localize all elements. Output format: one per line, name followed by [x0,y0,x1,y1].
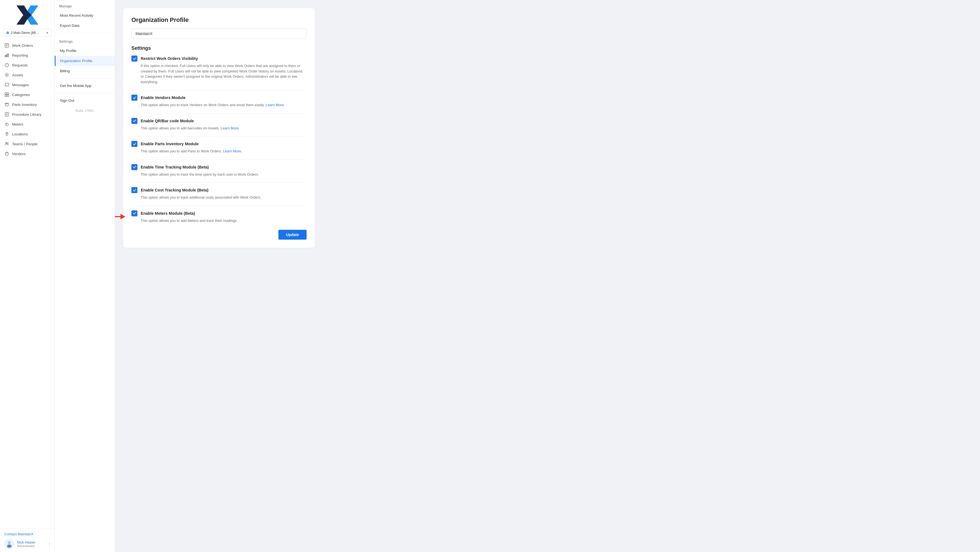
checkbox-enable-parts-inventory[interactable] [131,141,137,147]
setting-item-enable-qr-barcode: Enable QR/Bar code Module This option al… [131,118,307,131]
setting-label-enable-cost-tracking: Enable Cost Tracking Module (Beta) [141,188,208,192]
setting-item-enable-cost-tracking: Enable Cost Tracking Module (Beta) This … [131,187,307,200]
setting-desc-enable-qr-barcode: This option allows you to add barcodes o… [141,125,307,131]
main-content: Organization Profile Settings Restrict W… [115,0,980,552]
parts-inventory-icon [5,102,9,107]
org-name-input[interactable] [131,29,307,39]
setting-header: Enable QR/Bar code Module [131,118,307,124]
panel-item-export-data[interactable]: Export Data [55,21,115,31]
checkbox-enable-vendors[interactable] [131,95,137,101]
sidebar-item-label: Locations [12,132,28,136]
sidebar-item-label: Teams / People [12,142,38,146]
setting-item-enable-time-tracking: Enable Time Tracking Module (Beta) This … [131,164,307,177]
learn-more-qr-link[interactable]: Learn More [221,126,239,130]
checkbox-enable-cost-tracking[interactable] [131,187,137,193]
setting-header: Enable Parts Inventory Module [131,141,307,147]
svg-point-25 [6,143,7,144]
avatar [5,539,14,549]
sidebar-item-procedure-library[interactable]: Procedure Library [0,109,54,119]
settings-section-title: Settings [131,45,307,51]
vendors-icon [5,151,9,156]
svg-rect-29 [8,545,11,547]
locations-icon [5,132,9,136]
sidebar-item-work-orders[interactable]: Work Orders [0,40,54,50]
sidebar-item-requests[interactable]: Requests [0,60,54,70]
checkbox-enable-meters[interactable] [131,210,137,216]
learn-more-vendors-link[interactable]: Learn More [266,103,283,107]
divider [131,136,307,136]
checkbox-enable-time-tracking[interactable] [131,164,137,170]
svg-point-26 [7,143,8,144]
logo-container [0,0,54,29]
setting-label-enable-time-tracking: Enable Time Tracking Module (Beta) [141,165,209,169]
svg-rect-6 [5,55,6,57]
svg-point-12 [6,74,8,76]
svg-point-27 [8,541,11,544]
setting-item-enable-meters: Enable Meters Module (Beta) This option … [131,210,307,224]
setting-desc-enable-cost-tracking: This option allows you to track addition… [141,195,307,200]
sidebar-item-label: Work Orders [12,43,33,48]
arrow-line [115,216,121,217]
sidebar-item-label: Assets [12,73,23,77]
sidebar-item-assets[interactable]: Assets [0,70,54,80]
settings-section-label: Settings [55,35,115,46]
svg-rect-17 [7,95,9,97]
setting-header: Enable Time Tracking Module (Beta) [131,164,307,170]
panel-item-organization-profile[interactable]: Organization Profile [55,56,115,66]
sidebar-item-label: Messages [12,83,29,87]
sidebar-item-vendors[interactable]: Vendors [0,149,54,159]
sidebar-item-locations[interactable]: Locations [0,129,54,139]
page-title: Organization Profile [131,16,307,24]
sidebar-item-reporting[interactable]: Reporting [0,50,54,60]
setting-header: Enable Meters Module (Beta) [131,210,307,216]
setting-desc-restrict-work-orders: If this option is checked, Full Users wi… [141,63,307,84]
setting-header: Enable Cost Tracking Module (Beta) [131,187,307,193]
update-button[interactable]: Update [278,230,307,240]
setting-desc-enable-vendors: This option allows you to track Vendors … [141,102,307,108]
sidebar-item-label: Requests [12,63,28,67]
org-name: 2 Main Demo [Mf... [11,31,46,35]
sidebar-item-messages[interactable]: Messages [0,80,54,90]
reporting-icon [5,53,9,58]
setting-label-enable-qr-barcode: Enable QR/Bar code Module [141,119,194,123]
contact-maintainx-link[interactable]: Contact MaintainX [5,532,50,536]
divider [131,206,307,206]
sidebar-item-teams-people[interactable]: Teams / People [0,139,54,149]
setting-header: Enable Vendors Module [131,95,307,101]
panel-item-most-recent-activity[interactable]: Most Recent Activity [55,10,115,21]
user-role: Administrator [17,544,46,547]
svg-rect-7 [6,54,7,57]
setting-desc-enable-meters: This option allows you to add Meters and… [141,218,307,224]
panel-item-get-mobile-app[interactable]: Get the Mobile App [55,81,115,91]
divider [131,182,307,183]
panel-item-sign-out[interactable]: Sign Out [55,95,115,106]
svg-point-24 [6,133,7,134]
user-name: Nick Haase [17,540,46,544]
sidebar-item-label: Parts Inventory [12,103,37,107]
center-panel: Manage Most Recent Activity Export Data … [55,0,115,552]
sidebar-item-meters[interactable]: Meters [0,119,54,129]
learn-more-parts-link[interactable]: Learn More [223,149,241,153]
content-card: Organization Profile Settings Restrict W… [123,8,315,248]
panel-divider [55,33,115,33]
checkbox-restrict-work-orders[interactable] [131,56,137,62]
org-status-dot [6,32,9,34]
svg-rect-18 [5,103,8,106]
requests-icon [5,63,9,68]
panel-item-my-profile[interactable]: My Profile [55,46,115,56]
build-info: Build: 27801 [55,106,115,116]
setting-label-enable-meters: Enable Meters Module (Beta) [141,211,195,216]
checkbox-enable-qr-barcode[interactable] [131,118,137,124]
categories-icon [5,92,9,97]
user-profile[interactable]: Nick Haase Administrator › [5,539,50,549]
sidebar-item-categories[interactable]: Categories [0,90,54,100]
setting-label-restrict-work-orders: Restrict Work Orders Visibility [141,56,198,61]
sidebar-item-parts-inventory[interactable]: Parts Inventory [0,100,54,109]
setting-desc-enable-time-tracking: This option allows you to track the time… [141,172,307,177]
messages-icon [5,82,9,87]
red-arrow-indicator [115,214,126,219]
panel-divider-2 [55,78,115,79]
org-selector[interactable]: 2 Main Demo [Mf... ▾ [3,29,52,36]
panel-item-billing[interactable]: Billing [55,66,115,76]
user-chevron-icon: › [49,542,50,546]
